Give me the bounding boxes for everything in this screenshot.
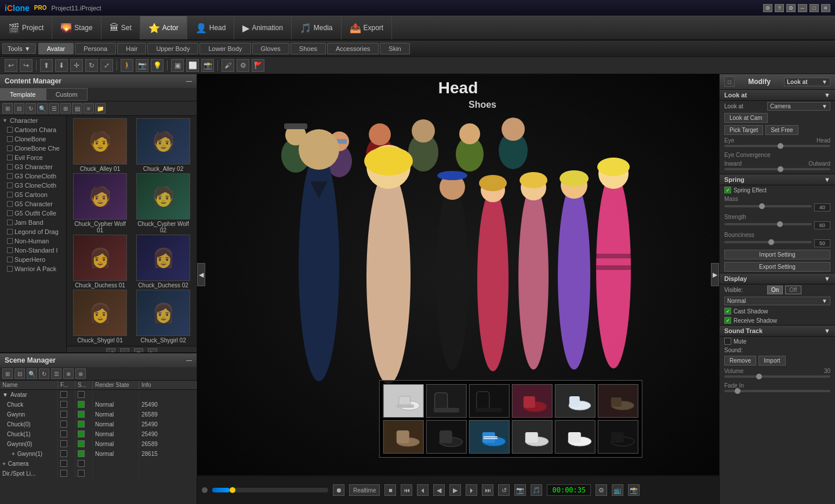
sm-f[interactable] [58, 390, 75, 399]
sm-s[interactable] [75, 429, 93, 439]
tree-checkbox[interactable] [7, 127, 13, 133]
mass-value[interactable]: 40 [814, 203, 830, 211]
sm-s[interactable] [75, 400, 93, 409]
minimize-button[interactable]: ─ [798, 4, 807, 12]
nav-set[interactable]: 🏛 Set [101, 16, 140, 39]
sm-checkbox-f[interactable] [60, 421, 67, 428]
help-icon[interactable]: ? [775, 4, 784, 12]
scroll-left[interactable]: ◀ [106, 348, 115, 352]
shoe-item-5[interactable] [555, 384, 596, 418]
sm-s[interactable] [75, 410, 93, 419]
tab-persona[interactable]: Persona [75, 43, 116, 54]
screenshot-tool[interactable]: 📸 [201, 59, 214, 72]
sm-row-gwynn[interactable]: Gwynn Normal 26589 [0, 410, 197, 419]
tree-g3-clone1[interactable]: G3 CloneCloth [0, 171, 66, 181]
tree-g3-clone2[interactable]: G3 CloneCloth [0, 181, 66, 190]
cm-tab-custom[interactable]: Custom [46, 88, 88, 101]
sm-checkbox-s[interactable] [78, 411, 85, 418]
step-back-button[interactable]: ⏴ [417, 484, 429, 496]
grid-item-chuck-alley-01[interactable]: 🧑 Chuck_Alley 01 [69, 118, 131, 172]
tree-g3-char[interactable]: G3 Character [0, 162, 66, 171]
cm-tab-template[interactable]: Template [0, 88, 46, 101]
pick-target-button[interactable]: Pick Target [724, 125, 763, 135]
maximize-button[interactable]: □ [809, 4, 819, 12]
paint-tool[interactable]: 🖌 [222, 59, 234, 72]
nav-export[interactable]: 📤 Export [342, 16, 393, 39]
ct-btn-2[interactable]: ⊟ [14, 103, 24, 114]
settings2-icon[interactable]: ⚙ [786, 4, 796, 12]
sm-checkbox-f[interactable] [60, 450, 67, 457]
grid-item-chuck-duchess-01[interactable]: 👩 Chuck_Duchess 01 [69, 235, 131, 288]
bounciness-value[interactable]: 50 [814, 239, 830, 247]
sm-f[interactable] [58, 469, 75, 478]
tree-evil-force[interactable]: Evil Force [0, 153, 66, 162]
ct-btn-7[interactable]: ▤ [72, 103, 82, 114]
camera-tool[interactable]: 📷 [136, 59, 148, 72]
fx-btn[interactable]: 🎵 [531, 484, 542, 496]
ct-btn-1[interactable]: ⊞ [2, 103, 13, 114]
sm-btn-7[interactable]: ⊗ [75, 368, 86, 379]
sm-s[interactable] [75, 449, 93, 458]
step-fwd-button[interactable]: ⏵ [466, 484, 477, 496]
grid-item-chuck-shygirl-02[interactable]: 👩 Chuck_Shygirl 02 [132, 290, 194, 344]
sm-btn-1[interactable]: ⊞ [2, 368, 13, 379]
sm-s[interactable] [75, 390, 93, 399]
tab-avatar[interactable]: Avatar [38, 43, 74, 54]
grid-item-chuck-shygirl-01[interactable]: 👩 Chuck_Shygirl 01 [69, 290, 131, 344]
sm-checkbox-s[interactable] [78, 421, 85, 428]
tree-checkbox[interactable] [7, 155, 13, 160]
strength-slider[interactable] [724, 223, 812, 225]
scroll-down[interactable]: ▼ [134, 348, 143, 352]
shoe-item-12[interactable] [598, 420, 638, 454]
sm-btn-3[interactable]: 🔍 [27, 368, 37, 379]
look-at-dropdown[interactable]: Camera ▼ [767, 102, 830, 111]
walk-tool[interactable]: 🚶 [121, 59, 133, 72]
shoe-item-3[interactable] [469, 384, 510, 418]
sm-f[interactable] [58, 429, 75, 439]
nav-media[interactable]: 🎵 Media [292, 16, 342, 39]
cam-btn-tl[interactable]: 📷 [514, 484, 526, 496]
visible-off-toggle[interactable]: Off [785, 286, 801, 294]
sm-row-avatar[interactable]: ▼ Avatar [0, 390, 197, 400]
tree-clonebone-che[interactable]: CloneBone Che [0, 144, 66, 153]
tree-checkbox[interactable] [7, 247, 13, 253]
shoe-item-6[interactable] [598, 384, 638, 418]
tab-upper-body[interactable]: Upper Body [147, 43, 198, 54]
prev-button[interactable]: ⏮ [401, 484, 412, 496]
record-button[interactable]: ⏺ [333, 484, 344, 496]
sm-checkbox-s[interactable] [78, 391, 85, 398]
tree-superhero[interactable]: SuperHero [0, 255, 66, 264]
tab-accessories[interactable]: Accessories [327, 43, 379, 54]
tree-checkbox[interactable] [7, 164, 13, 170]
move-tool[interactable]: ✛ [70, 59, 83, 72]
sm-f[interactable] [58, 419, 75, 429]
tree-non-human[interactable]: Non-Human [0, 236, 66, 246]
tree-checkbox[interactable] [7, 257, 13, 262]
rect-select-tool[interactable]: ⬜ [186, 59, 199, 72]
sm-checkbox-f[interactable] [60, 430, 67, 437]
nav-project[interactable]: 🎬 Project [0, 16, 52, 39]
stop-button[interactable]: ■ [384, 484, 396, 496]
tree-checkbox[interactable] [7, 238, 13, 244]
sm-row-chuck0[interactable]: Chuck(0) Normal 25490 [0, 419, 197, 429]
play-button[interactable]: ▶ [449, 484, 461, 496]
tree-checkbox[interactable] [7, 266, 13, 272]
volume-slider[interactable] [724, 375, 830, 378]
sm-row-gwynn1[interactable]: + Gwynn(1) Normal 28615 [0, 449, 197, 459]
tree-g5-outfit[interactable]: G5 Outfit Colle [0, 209, 66, 218]
light-tool[interactable]: 💡 [151, 59, 164, 72]
content-manager-close[interactable]: ─ [186, 76, 192, 86]
weight-slider[interactable] [724, 145, 830, 147]
move-down-button[interactable]: ⬇ [55, 59, 68, 72]
shoe-item-10[interactable] [512, 420, 553, 454]
sm-checkbox-s[interactable] [78, 450, 85, 457]
sm-row-chuck[interactable]: Chuck Normal 25490 [0, 400, 197, 410]
tree-checkbox[interactable] [7, 145, 13, 151]
sm-checkbox-s[interactable] [78, 460, 85, 467]
receive-shadow-checkbox[interactable]: ✓ [724, 317, 731, 324]
look-at-cam-button[interactable]: Look at Cam [724, 113, 768, 123]
move-up-button[interactable]: ⬆ [40, 59, 53, 72]
remove-sound-button[interactable]: Remove [724, 356, 756, 366]
nav-head[interactable]: 👤 Head [187, 16, 235, 39]
tree-clonebone[interactable]: CloneBone [0, 134, 66, 144]
